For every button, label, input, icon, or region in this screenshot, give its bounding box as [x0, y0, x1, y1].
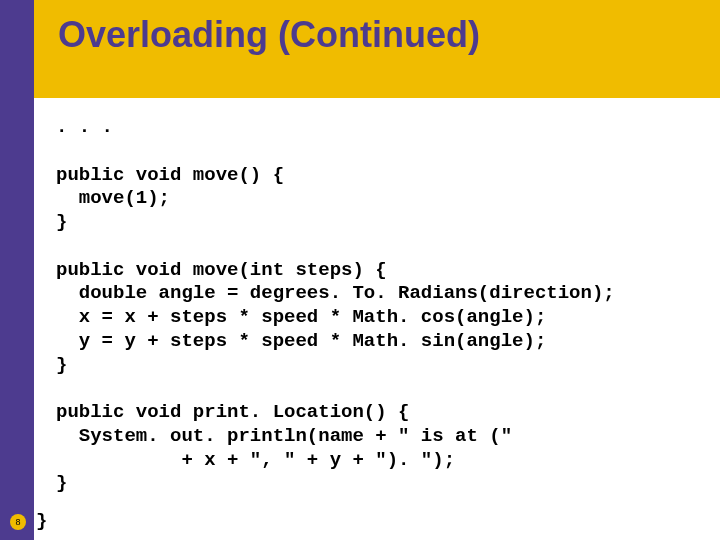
- slide: Overloading (Continued) . . . public voi…: [0, 0, 720, 540]
- closing-brace: }: [36, 510, 47, 532]
- code-block: . . . public void move() { move(1); } pu…: [56, 116, 696, 496]
- slide-title: Overloading (Continued): [58, 14, 480, 56]
- page-number-badge: 8: [10, 514, 26, 530]
- sidebar-accent: [0, 0, 34, 540]
